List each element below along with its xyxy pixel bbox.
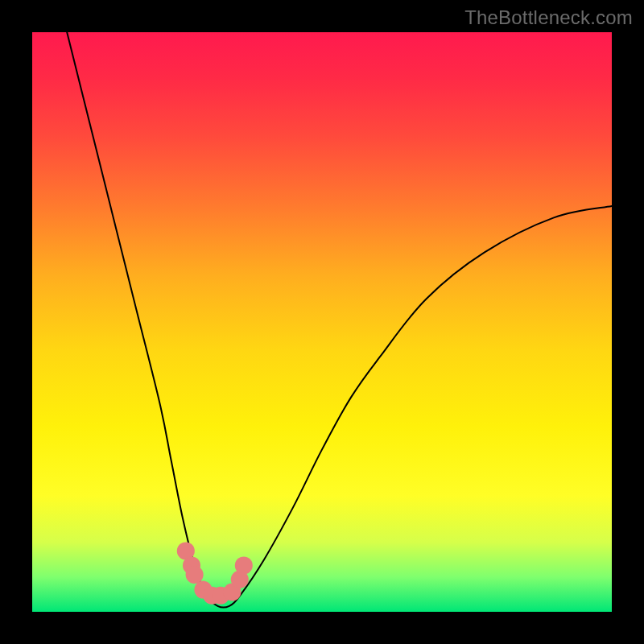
curve-svg [32,32,612,612]
bottleneck-curve-path [67,32,612,608]
chart-stage: TheBottleneck.com [0,0,644,644]
highlight-dot [235,556,253,574]
plot-area [32,32,612,612]
attribution-text: TheBottleneck.com [464,6,633,29]
highlight-dot [186,566,204,584]
